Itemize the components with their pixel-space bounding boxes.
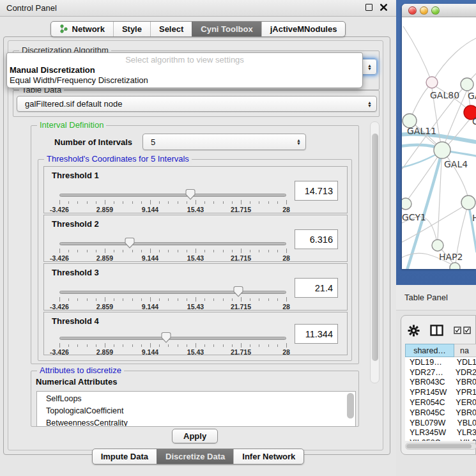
checkbox-icon[interactable]: [463, 326, 471, 334]
slider-ticks: [59, 297, 286, 302]
tab-discretize-data[interactable]: Discretize Data: [157, 449, 233, 464]
attributes-title: Attributes to discretize: [37, 365, 124, 375]
slider-scale: -3.4262.8599.14415.4321.71528: [59, 254, 286, 262]
table-row[interactable]: YBL079WYBL0: [405, 418, 476, 428]
minimize-window-icon[interactable]: [420, 6, 428, 15]
table-header-row: shared… na: [405, 344, 476, 357]
table-row[interactable]: YER054CYER0: [405, 397, 476, 408]
node-gal4[interactable]: [434, 142, 450, 158]
checkbox-icon[interactable]: [454, 326, 461, 334]
node-label: GAL11: [407, 126, 436, 136]
split-panel-icon[interactable]: [430, 325, 443, 336]
threshold-4-value-field[interactable]: 11.344: [295, 324, 338, 344]
gear-icon[interactable]: [408, 325, 420, 337]
table-row[interactable]: YPR145WYPR1: [405, 387, 476, 397]
slider-track[interactable]: [59, 194, 286, 197]
slider-scale: -3.4262.8599.14415.4321.71528: [59, 206, 286, 213]
slider-track[interactable]: [59, 242, 286, 245]
num-intervals-value: 5: [151, 137, 155, 147]
combo-arrows-icon: ▲▼: [296, 139, 301, 145]
table-horizontal-scrollbar[interactable]: [405, 443, 476, 450]
network-canvas[interactable]: GAL80 GA C GAL11 GAL4 GCY1 H HAP2: [402, 17, 476, 269]
table-horizontal-scrollbar-thumb[interactable]: [406, 444, 472, 449]
node-bottom[interactable]: [450, 263, 460, 269]
threshold-4-slider[interactable]: -3.4262.8599.14415.4321.71528: [59, 312, 286, 360]
threshold-2-slider[interactable]: -3.4262.8599.14415.4321.71528: [59, 215, 286, 263]
node-label: C: [472, 116, 476, 127]
node-top-right[interactable]: [461, 78, 473, 91]
table-panel-title: Table Panel: [404, 293, 448, 302]
list-item[interactable]: TopologicalCoefficient: [46, 405, 355, 417]
algorithm-dropdown-popup: Select algorithm to view settings Manual…: [6, 52, 363, 88]
table-data-section: Table Data galFiltered.sif default node …: [13, 90, 380, 117]
zoom-window-icon[interactable]: [431, 6, 440, 15]
settings-scrollbar[interactable]: [370, 121, 380, 383]
close-icon[interactable]: [380, 4, 387, 11]
table-panel: shared… na YDL19…YDL1 YDR27…YDR2 YBR043C…: [401, 315, 476, 455]
node-label: GAL4: [444, 159, 468, 169]
threshold-3-slider[interactable]: -3.4262.8599.14415.4321.71528: [59, 264, 286, 311]
tab-infer-network[interactable]: Infer Network: [233, 449, 303, 464]
tab-network-label: Network: [72, 24, 105, 34]
slider-track[interactable]: [59, 291, 286, 294]
float-window-icon[interactable]: [365, 4, 372, 11]
list-item[interactable]: SelfLoops: [46, 393, 355, 405]
thresholds-section: Threshold's Coordinates for 5 Intervals …: [38, 159, 352, 361]
node-attribute-table: shared… na YDL19…YDL1 YDR27…YDR2 YBR043C…: [405, 344, 476, 441]
node-label: GA: [468, 91, 476, 101]
threshold-1-slider[interactable]: -3.4262.8599.14415.4321.71528: [59, 167, 286, 214]
threshold-3-panel: Threshold 3 -3.4262.8599.14415.4321.7152…: [43, 263, 348, 311]
settings-scrollbar-thumb[interactable]: [372, 134, 378, 361]
network-window-titlebar: [402, 4, 476, 17]
list-scrollbar-thumb[interactable]: [347, 393, 354, 418]
node-label: GAL80: [430, 90, 459, 100]
network-icon: [59, 24, 68, 34]
table-panel-titlebar: Table Panel: [396, 285, 476, 311]
close-window-icon[interactable]: [408, 6, 417, 15]
table-data-value: galFiltered.sif default node: [25, 99, 122, 109]
num-intervals-combobox[interactable]: 5 ▲▼: [142, 134, 306, 150]
apply-button[interactable]: Apply: [172, 429, 218, 443]
threshold-1-value-field[interactable]: 14.713: [295, 181, 338, 201]
algorithm-option-equal-width[interactable]: Equal Width/Frequency Discretization: [7, 75, 362, 85]
tab-select[interactable]: Select: [150, 22, 192, 36]
tab-style[interactable]: Style: [113, 22, 150, 36]
table-row[interactable]: YLR345WYLR3: [405, 428, 476, 438]
threshold-4-panel: Threshold 4 -3.4262.8599.14415.4321.7152…: [43, 312, 348, 355]
slider-ticks: [59, 200, 286, 205]
table-row[interactable]: YBR043CYBR0: [405, 378, 476, 388]
tab-cyni-toolbox[interactable]: Cyni Toolbox: [192, 22, 261, 36]
column-header-shared-name[interactable]: shared…: [405, 344, 454, 357]
table-row[interactable]: YBR045CYBR0: [405, 408, 476, 418]
table-row[interactable]: YIL052CYIL0: [405, 438, 476, 441]
numerical-attributes-list[interactable]: SelfLoops TopologicalCoefficient Between…: [36, 391, 356, 427]
tab-jactivemnodules[interactable]: jActiveMNodules: [261, 22, 346, 36]
numerical-attributes-label: Numerical Attributes: [36, 377, 117, 387]
table-data-combobox[interactable]: galFiltered.sif default node ▲▼: [17, 96, 377, 112]
panel-title: Control Panel: [6, 3, 57, 13]
node-label: GCY1: [402, 212, 426, 222]
node-gcy1[interactable]: [402, 198, 411, 210]
network-window: GAL80 GA C GAL11 GAL4 GCY1 H HAP2: [402, 4, 476, 269]
node-label: HAP2: [439, 252, 463, 262]
tab-impute-data[interactable]: Impute Data: [93, 449, 157, 464]
column-header-name[interactable]: na: [454, 344, 476, 357]
cyni-mode-tabbar: Impute Data Discretize Data Infer Networ…: [0, 449, 396, 464]
tab-network[interactable]: Network: [51, 22, 113, 36]
algorithm-option-manual[interactable]: Manual Discretization: [7, 65, 362, 75]
threshold-3-value-field[interactable]: 21.4: [295, 278, 338, 298]
combo-arrows-icon: ▲▼: [367, 64, 372, 70]
algorithm-hint: Select algorithm to view settings: [7, 53, 362, 65]
slider-ticks: [59, 343, 286, 348]
table-row[interactable]: YDR27…YDR2: [405, 367, 476, 378]
num-intervals-label: Number of Intervals: [54, 137, 132, 147]
slider-track[interactable]: [59, 337, 286, 340]
threshold-2-value-field[interactable]: 6.316: [295, 229, 338, 249]
table-row[interactable]: YDL19…YDL1: [405, 357, 476, 367]
interval-definition-title: Interval Definition: [37, 120, 106, 130]
slider-ticks: [59, 249, 286, 254]
node-right-mid[interactable]: [461, 196, 475, 210]
node-hap2[interactable]: [432, 240, 443, 251]
node-gal80[interactable]: [426, 77, 438, 88]
list-item[interactable]: BetweennessCentrality: [46, 417, 355, 427]
